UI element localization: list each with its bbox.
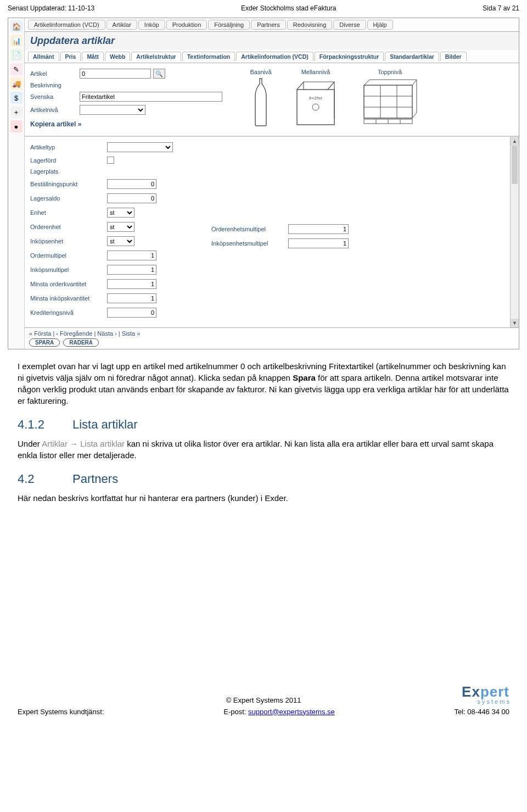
kopiera-artikel-link[interactable]: Kopiera artikel » bbox=[30, 118, 239, 130]
krediteringsniva-input[interactable] bbox=[107, 308, 156, 318]
bottle-icon bbox=[250, 77, 272, 127]
svg-text:6×25cl: 6×25cl bbox=[309, 96, 322, 101]
footer-right: Tel: 08-446 34 00 bbox=[455, 708, 509, 716]
scroll-thumb[interactable] bbox=[512, 146, 518, 184]
inkopsenhetsmultipel-input[interactable] bbox=[288, 238, 349, 248]
artikeltyp-select[interactable] bbox=[107, 142, 173, 152]
copyright-text: © Expert Systems 2011 bbox=[18, 696, 509, 704]
menu-item[interactable]: Diverse bbox=[333, 20, 366, 30]
sidebar-icon[interactable]: 📄 bbox=[10, 49, 23, 61]
ordermultipel-input[interactable] bbox=[107, 251, 156, 260]
orderenhet-select[interactable]: st bbox=[107, 222, 134, 232]
artikelniva-select[interactable] bbox=[80, 105, 145, 115]
footer-left: Expert Systems kundtjänst: bbox=[18, 708, 104, 716]
label-minsta-orderkvantitet: Minsta orderkvantitet bbox=[30, 281, 107, 287]
sidebar-icon[interactable]: 🚚 bbox=[10, 77, 23, 90]
menu-item[interactable]: Hjälp bbox=[367, 20, 393, 30]
subtab[interactable]: Textinformation bbox=[182, 52, 236, 61]
menu-item[interactable]: Artikelinformation (VCD) bbox=[28, 20, 105, 30]
scroll-down-icon[interactable]: ▼ bbox=[511, 319, 519, 327]
label-artikelniva: Artikelnivå bbox=[30, 107, 80, 113]
app-screenshot: 🏠📊📄✎🚚$+● Artikelinformation (VCD)Artikla… bbox=[8, 18, 519, 349]
scroll-up-icon[interactable]: ▲ bbox=[511, 137, 519, 146]
inkopsmultipel-input[interactable] bbox=[107, 265, 156, 275]
minsta-inkopskvantitet-input[interactable] bbox=[107, 293, 156, 303]
label-bestallningspunkt: Beställningspunkt bbox=[30, 181, 107, 187]
vertical-scrollbar[interactable]: ▲ ▼ bbox=[510, 137, 519, 327]
footer-mid: E-post: support@expertsystems.se bbox=[223, 708, 335, 716]
pager-links[interactable]: « Första | ‹ Föregående | Nästa › | Sist… bbox=[29, 330, 514, 337]
label-svenska: Svenska bbox=[30, 93, 80, 100]
orderenhetsmultipel-input[interactable] bbox=[288, 224, 349, 234]
subtab[interactable]: Bilder bbox=[440, 52, 467, 61]
paragraph-3: Här nedan beskrivs kortfattat hur ni han… bbox=[18, 492, 509, 504]
label-lagersaldo: Lagersaldo bbox=[30, 195, 107, 202]
minsta-orderkvantitet-input[interactable] bbox=[107, 279, 156, 289]
menu-item[interactable]: Försäljning bbox=[208, 20, 250, 30]
sidebar-icon[interactable]: + bbox=[10, 106, 23, 118]
svenska-input[interactable] bbox=[80, 92, 222, 102]
sidebar-icon[interactable]: ● bbox=[10, 120, 23, 132]
subtab-bar: AllmäntPrisMåttWebbArtikelstrukturTextin… bbox=[25, 50, 519, 63]
label-lagerplats: Lagerplats bbox=[30, 168, 107, 175]
label-krediteringsniva: Krediteringsnivå bbox=[30, 309, 107, 316]
label-mellanniva: Mellannivå bbox=[301, 69, 330, 75]
search-icon[interactable]: 🔍 bbox=[153, 69, 165, 79]
bestallningspunkt-input[interactable] bbox=[107, 179, 156, 189]
sidebar-icon[interactable]: ✎ bbox=[10, 63, 23, 75]
menu-item[interactable]: Inköp bbox=[138, 20, 165, 30]
label-inkopsmultipel: Inköpsmultipel bbox=[30, 266, 107, 273]
doc-title: Exder Stockholms stad eFaktura bbox=[241, 4, 336, 12]
menu-item[interactable]: Produktion bbox=[166, 20, 208, 30]
lagersaldo-input[interactable] bbox=[107, 193, 156, 203]
subtab[interactable]: Webb bbox=[105, 52, 130, 61]
spara-button[interactable]: SPARA bbox=[29, 338, 60, 347]
box-icon: 6×25cl bbox=[294, 77, 338, 127]
subtab[interactable]: Mått bbox=[82, 52, 104, 61]
sidebar-icon[interactable]: $ bbox=[10, 92, 23, 104]
app-menubar: Artikelinformation (VCD)ArtiklarInköpPro… bbox=[25, 18, 519, 32]
menu-item[interactable]: Partners bbox=[251, 20, 286, 30]
enhet-select[interactable]: st bbox=[107, 208, 134, 218]
label-ordermultipel: Ordermultipel bbox=[30, 252, 107, 259]
svg-point-1 bbox=[312, 104, 319, 110]
doc-last-updated: Senast Uppdaterad: 11-10-13 bbox=[8, 4, 94, 12]
expert-systems-logo: Expert s y s t e m s bbox=[462, 683, 509, 705]
subtab[interactable]: Standardartiklar bbox=[385, 52, 439, 61]
paragraph-2: Under Artiklar → Lista artiklar kan ni s… bbox=[18, 438, 509, 461]
app-sidebar: 🏠📊📄✎🚚$+● bbox=[8, 18, 25, 349]
subtab[interactable]: Förpackningsstruktur bbox=[315, 52, 384, 61]
label-orderenhet: Orderenhet bbox=[30, 224, 107, 230]
subtab[interactable]: Artikelstruktur bbox=[131, 52, 181, 61]
heading-4-2: 4.2Partners bbox=[18, 471, 509, 488]
svg-rect-0 bbox=[297, 90, 334, 125]
artikel-input[interactable] bbox=[80, 69, 151, 79]
radera-button[interactable]: RADERA bbox=[63, 338, 99, 347]
subtab[interactable]: Allmänt bbox=[28, 52, 59, 61]
subtab[interactable]: Pris bbox=[60, 52, 81, 61]
inkopsenhet-select[interactable]: st bbox=[107, 236, 134, 246]
svg-rect-3 bbox=[364, 85, 412, 118]
doc-page-num: Sida 7 av 21 bbox=[483, 4, 519, 12]
support-email-link[interactable]: support@expertsystems.se bbox=[248, 708, 335, 716]
sidebar-icon[interactable]: 🏠 bbox=[10, 20, 23, 32]
label-inkopsenhet: Inköpsenhet bbox=[30, 238, 107, 244]
sidebar-icon[interactable]: 📊 bbox=[10, 35, 23, 47]
paragraph-1: I exemplet ovan har vi lagt upp en artik… bbox=[18, 360, 509, 407]
label-beskrivning: Beskrivning bbox=[30, 82, 80, 88]
heading-4-1-2: 4.1.2Lista artiklar bbox=[18, 416, 509, 433]
label-orderenhetsmultipel: Orderenhetsmultipel bbox=[211, 226, 288, 232]
pallet-icon bbox=[360, 77, 420, 127]
label-enhet: Enhet bbox=[30, 209, 107, 216]
label-lagerford: Lagerförd bbox=[30, 157, 107, 164]
lagerford-checkbox[interactable] bbox=[107, 157, 114, 164]
label-basniva: Basnivå bbox=[250, 69, 271, 75]
subtab[interactable]: Artikelinformation (VCD) bbox=[236, 52, 313, 61]
label-inkopsenhetsmultipel: Inköpsenhetsmultipel bbox=[211, 240, 288, 247]
menu-item[interactable]: Artiklar bbox=[106, 20, 137, 30]
label-toppniva: Toppnivå bbox=[378, 69, 402, 75]
label-artikeltyp: Artikeltyp bbox=[30, 144, 107, 151]
page-title: Uppdatera artiklar bbox=[25, 32, 519, 50]
label-artikel: Artikel bbox=[30, 70, 80, 77]
menu-item[interactable]: Redovisning bbox=[287, 20, 333, 30]
